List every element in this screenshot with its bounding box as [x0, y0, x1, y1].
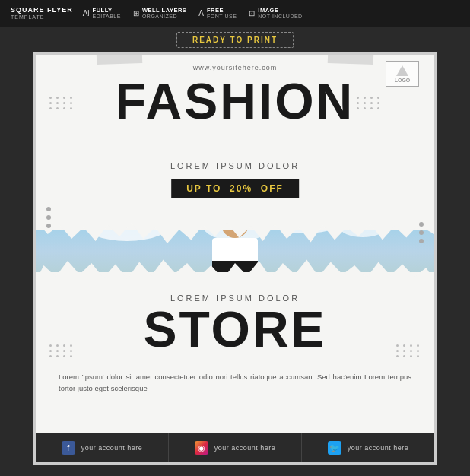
ai-icon: Ai	[83, 9, 90, 17]
feature-image-text: IMAGE NOT INCLUDED	[258, 7, 302, 20]
instagram-label: your account here	[214, 444, 276, 452]
website-url: www.yoursitehere.com	[193, 64, 278, 71]
corner-dots-bl	[49, 344, 74, 357]
twitter-icon: 🐦	[328, 441, 341, 455]
flyer-card: www.yoursitehere.com LOGO FASHION LOREM …	[33, 52, 437, 465]
dot-r2	[419, 230, 424, 235]
tape-right	[328, 52, 374, 65]
facebook-label: your account here	[81, 444, 143, 452]
tape-left	[97, 52, 143, 65]
logo-placeholder: LOGO	[386, 61, 419, 87]
twitter-label: your account here	[348, 444, 409, 452]
discount-badge: UP TO 20% OFF	[171, 179, 299, 198]
side-dots-left	[46, 207, 51, 228]
dot-r1	[419, 222, 424, 227]
logo-triangle-icon	[396, 65, 408, 76]
features-list: Ai FULLY EDITABLE ⊞ WELL LAYERS ORGANIZE…	[83, 7, 303, 20]
feature-layers: ⊞ WELL LAYERS ORGANIZED	[133, 7, 186, 20]
top-bar: SQUARE FLYER TEMPLATE Ai FULLY EDITABLE …	[0, 0, 470, 27]
facebook-icon: f	[62, 441, 75, 455]
corner-dots-tl	[49, 97, 74, 109]
dot-l3	[46, 224, 51, 228]
logo-text: LOGO	[395, 78, 411, 83]
ready-text: READY TO PRINT	[192, 36, 278, 44]
social-footer: f your account here ◉ your account here …	[36, 433, 434, 462]
instagram-icon: ◉	[195, 441, 208, 455]
side-dots-right	[419, 222, 424, 243]
template-subtitle: TEMPLATE	[11, 14, 73, 21]
corner-dots-tr	[357, 97, 381, 109]
font-icon: A	[198, 9, 204, 17]
social-instagram[interactable]: ◉ your account here	[169, 433, 302, 462]
image-icon: ⊡	[249, 9, 255, 17]
social-twitter[interactable]: 🐦 your account here	[302, 433, 434, 462]
feature-editable: Ai FULLY EDITABLE	[83, 7, 121, 20]
dot-r3	[419, 239, 424, 243]
bottom-section: LOREM IPSUM DOLOR STORE Lorem 'ipsum' do…	[36, 272, 434, 462]
logo-inner: LOGO	[395, 65, 411, 83]
lorem-sub: LOREM IPSUM DOLOR	[170, 161, 300, 170]
feature-layers-text: WELL LAYERS ORGANIZED	[142, 7, 186, 20]
top-bar-left: SQUARE FLYER TEMPLATE Ai FULLY EDITABLE …	[11, 5, 303, 23]
fashion-title: FASHION	[116, 76, 354, 126]
template-title: SQUARE FLYER TEMPLATE	[11, 7, 73, 21]
discount-amount: 20%	[230, 183, 252, 194]
discount-prefix: UP TO	[186, 183, 221, 194]
discount-suffix: OFF	[261, 183, 284, 194]
feature-font: A FREE FONT USE	[198, 7, 237, 20]
corner-dots-br	[396, 344, 421, 357]
dot-l2	[46, 215, 51, 220]
divider	[78, 5, 78, 23]
feature-font-text: FREE FONT USE	[207, 7, 237, 20]
feature-editable-text: FULLY EDITABLE	[93, 7, 121, 20]
dot-l1	[46, 207, 51, 211]
description-text: Lorem 'ipsum' dolor sit amet consectetue…	[59, 371, 411, 394]
store-title: STORE	[143, 304, 326, 354]
social-facebook[interactable]: f your account here	[36, 433, 169, 462]
feature-image: ⊡ IMAGE NOT INCLUDED	[249, 7, 302, 20]
top-section: www.yoursitehere.com LOGO FASHION LOREM …	[36, 55, 434, 230]
layers-icon: ⊞	[133, 9, 139, 17]
ready-badge: READY TO PRINT	[176, 32, 294, 48]
